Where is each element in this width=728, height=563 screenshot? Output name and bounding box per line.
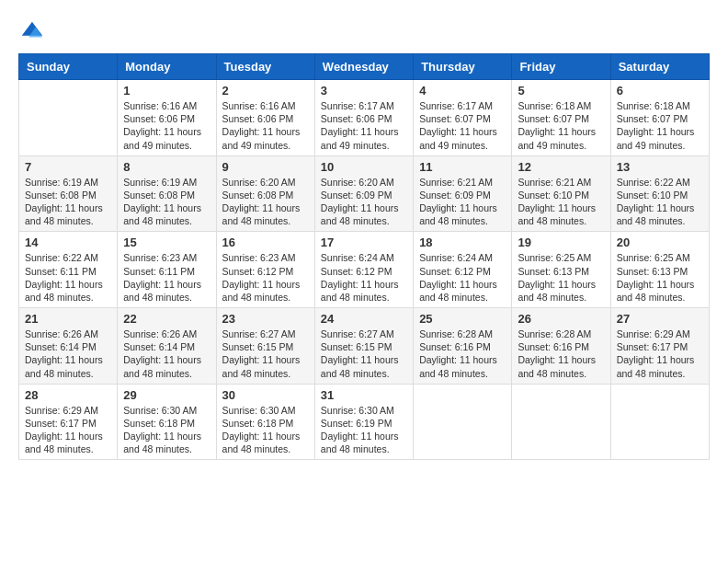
day-info: Sunrise: 6:26 AM Sunset: 6:14 PM Dayligh… <box>25 327 111 380</box>
calendar-cell: 18 Sunrise: 6:24 AM Sunset: 6:12 PM Dayl… <box>414 232 512 308</box>
weekday-header-saturday: Saturday <box>610 54 709 80</box>
calendar-cell: 7 Sunrise: 6:19 AM Sunset: 6:08 PM Dayli… <box>19 155 118 232</box>
weekday-header-tuesday: Tuesday <box>216 54 314 80</box>
day-number: 8 <box>123 160 210 174</box>
day-info: Sunrise: 6:25 AM Sunset: 6:13 PM Dayligh… <box>518 251 604 304</box>
day-info: Sunrise: 6:29 AM Sunset: 6:17 PM Dayligh… <box>617 327 703 380</box>
day-info: Sunrise: 6:30 AM Sunset: 6:18 PM Dayligh… <box>123 404 210 456</box>
calendar-cell: 4 Sunrise: 6:17 AM Sunset: 6:07 PM Dayli… <box>414 80 512 156</box>
calendar-cell: 17 Sunrise: 6:24 AM Sunset: 6:12 PM Dayl… <box>314 232 413 308</box>
day-number: 21 <box>25 312 111 326</box>
calendar-cell: 30 Sunrise: 6:30 AM Sunset: 6:18 PM Dayl… <box>216 384 314 460</box>
day-info: Sunrise: 6:18 AM Sunset: 6:07 PM Dayligh… <box>518 99 604 152</box>
day-info: Sunrise: 6:25 AM Sunset: 6:13 PM Dayligh… <box>617 251 703 304</box>
day-info: Sunrise: 6:17 AM Sunset: 6:07 PM Dayligh… <box>419 99 506 152</box>
day-info: Sunrise: 6:28 AM Sunset: 6:16 PM Dayligh… <box>419 327 506 380</box>
week-row-2: 7 Sunrise: 6:19 AM Sunset: 6:08 PM Dayli… <box>19 155 710 232</box>
day-number: 3 <box>321 84 407 98</box>
calendar-table: SundayMondayTuesdayWednesdayThursdayFrid… <box>18 53 710 460</box>
day-number: 28 <box>25 388 111 402</box>
day-info: Sunrise: 6:21 AM Sunset: 6:10 PM Dayligh… <box>518 176 604 228</box>
day-number: 30 <box>222 388 309 402</box>
day-number: 17 <box>321 236 407 249</box>
day-number: 11 <box>419 160 506 174</box>
day-info: Sunrise: 6:21 AM Sunset: 6:09 PM Dayligh… <box>419 176 506 228</box>
day-info: Sunrise: 6:24 AM Sunset: 6:12 PM Dayligh… <box>419 251 506 304</box>
calendar-cell: 11 Sunrise: 6:21 AM Sunset: 6:09 PM Dayl… <box>414 155 512 232</box>
day-number: 15 <box>123 236 210 249</box>
day-info: Sunrise: 6:23 AM Sunset: 6:12 PM Dayligh… <box>222 251 309 304</box>
calendar-cell: 3 Sunrise: 6:17 AM Sunset: 6:06 PM Dayli… <box>314 80 413 156</box>
calendar-cell: 16 Sunrise: 6:23 AM Sunset: 6:12 PM Dayl… <box>216 232 314 308</box>
day-info: Sunrise: 6:22 AM Sunset: 6:10 PM Dayligh… <box>617 176 703 228</box>
day-info: Sunrise: 6:20 AM Sunset: 6:09 PM Dayligh… <box>321 176 407 228</box>
calendar-cell: 20 Sunrise: 6:25 AM Sunset: 6:13 PM Dayl… <box>610 232 709 308</box>
day-info: Sunrise: 6:30 AM Sunset: 6:19 PM Dayligh… <box>321 404 407 456</box>
day-number: 14 <box>25 236 111 249</box>
day-number: 10 <box>321 160 407 174</box>
calendar-cell: 9 Sunrise: 6:20 AM Sunset: 6:08 PM Dayli… <box>216 155 314 232</box>
day-number: 25 <box>419 312 506 326</box>
weekday-header-sunday: Sunday <box>19 54 118 80</box>
day-number: 18 <box>419 236 506 249</box>
calendar-cell: 6 Sunrise: 6:18 AM Sunset: 6:07 PM Dayli… <box>610 80 709 156</box>
calendar-cell <box>414 384 512 460</box>
day-number: 1 <box>123 84 210 98</box>
day-info: Sunrise: 6:16 AM Sunset: 6:06 PM Dayligh… <box>222 99 309 152</box>
day-number: 31 <box>321 388 407 402</box>
calendar-cell: 21 Sunrise: 6:26 AM Sunset: 6:14 PM Dayl… <box>19 308 118 385</box>
day-number: 27 <box>617 312 703 326</box>
weekday-header-monday: Monday <box>118 54 216 80</box>
calendar-cell: 24 Sunrise: 6:27 AM Sunset: 6:15 PM Dayl… <box>314 308 413 385</box>
day-info: Sunrise: 6:24 AM Sunset: 6:12 PM Dayligh… <box>321 251 407 304</box>
day-info: Sunrise: 6:16 AM Sunset: 6:06 PM Dayligh… <box>123 99 210 152</box>
calendar-cell: 26 Sunrise: 6:28 AM Sunset: 6:16 PM Dayl… <box>512 308 610 385</box>
day-info: Sunrise: 6:27 AM Sunset: 6:15 PM Dayligh… <box>321 327 407 380</box>
calendar-cell: 31 Sunrise: 6:30 AM Sunset: 6:19 PM Dayl… <box>314 384 413 460</box>
weekday-header-thursday: Thursday <box>414 54 512 80</box>
day-number: 22 <box>123 312 210 326</box>
calendar-cell: 13 Sunrise: 6:22 AM Sunset: 6:10 PM Dayl… <box>610 155 709 232</box>
weekday-header-row: SundayMondayTuesdayWednesdayThursdayFrid… <box>19 54 710 80</box>
calendar-cell <box>19 80 118 156</box>
page-header <box>18 18 710 44</box>
day-number: 16 <box>222 236 309 249</box>
day-info: Sunrise: 6:26 AM Sunset: 6:14 PM Dayligh… <box>123 327 210 380</box>
logo <box>18 18 48 44</box>
day-number: 20 <box>617 236 703 249</box>
calendar-cell: 22 Sunrise: 6:26 AM Sunset: 6:14 PM Dayl… <box>118 308 216 385</box>
calendar-cell: 8 Sunrise: 6:19 AM Sunset: 6:08 PM Dayli… <box>118 155 216 232</box>
calendar-cell: 15 Sunrise: 6:23 AM Sunset: 6:11 PM Dayl… <box>118 232 216 308</box>
day-number: 7 <box>25 160 111 174</box>
day-info: Sunrise: 6:29 AM Sunset: 6:17 PM Dayligh… <box>25 404 111 456</box>
week-row-1: 1 Sunrise: 6:16 AM Sunset: 6:06 PM Dayli… <box>19 80 710 156</box>
week-row-5: 28 Sunrise: 6:29 AM Sunset: 6:17 PM Dayl… <box>19 384 710 460</box>
weekday-header-friday: Friday <box>512 54 610 80</box>
day-info: Sunrise: 6:19 AM Sunset: 6:08 PM Dayligh… <box>25 176 111 228</box>
calendar-cell: 1 Sunrise: 6:16 AM Sunset: 6:06 PM Dayli… <box>118 80 216 156</box>
day-number: 5 <box>518 84 604 98</box>
day-info: Sunrise: 6:28 AM Sunset: 6:16 PM Dayligh… <box>518 327 604 380</box>
week-row-4: 21 Sunrise: 6:26 AM Sunset: 6:14 PM Dayl… <box>19 308 710 385</box>
calendar-cell: 12 Sunrise: 6:21 AM Sunset: 6:10 PM Dayl… <box>512 155 610 232</box>
calendar-cell: 27 Sunrise: 6:29 AM Sunset: 6:17 PM Dayl… <box>610 308 709 385</box>
day-info: Sunrise: 6:18 AM Sunset: 6:07 PM Dayligh… <box>617 99 703 152</box>
day-number: 9 <box>222 160 309 174</box>
day-number: 2 <box>222 84 309 98</box>
calendar-cell: 5 Sunrise: 6:18 AM Sunset: 6:07 PM Dayli… <box>512 80 610 156</box>
day-number: 13 <box>617 160 703 174</box>
weekday-header-wednesday: Wednesday <box>314 54 413 80</box>
day-number: 23 <box>222 312 309 326</box>
day-info: Sunrise: 6:20 AM Sunset: 6:08 PM Dayligh… <box>222 176 309 228</box>
day-number: 19 <box>518 236 604 249</box>
calendar-cell: 29 Sunrise: 6:30 AM Sunset: 6:18 PM Dayl… <box>118 384 216 460</box>
day-info: Sunrise: 6:19 AM Sunset: 6:08 PM Dayligh… <box>123 176 210 228</box>
logo-icon <box>18 18 44 44</box>
day-number: 24 <box>321 312 407 326</box>
week-row-3: 14 Sunrise: 6:22 AM Sunset: 6:11 PM Dayl… <box>19 232 710 308</box>
day-info: Sunrise: 6:30 AM Sunset: 6:18 PM Dayligh… <box>222 404 309 456</box>
calendar-cell: 14 Sunrise: 6:22 AM Sunset: 6:11 PM Dayl… <box>19 232 118 308</box>
day-info: Sunrise: 6:22 AM Sunset: 6:11 PM Dayligh… <box>25 251 111 304</box>
calendar-cell: 23 Sunrise: 6:27 AM Sunset: 6:15 PM Dayl… <box>216 308 314 385</box>
calendar-cell: 25 Sunrise: 6:28 AM Sunset: 6:16 PM Dayl… <box>414 308 512 385</box>
